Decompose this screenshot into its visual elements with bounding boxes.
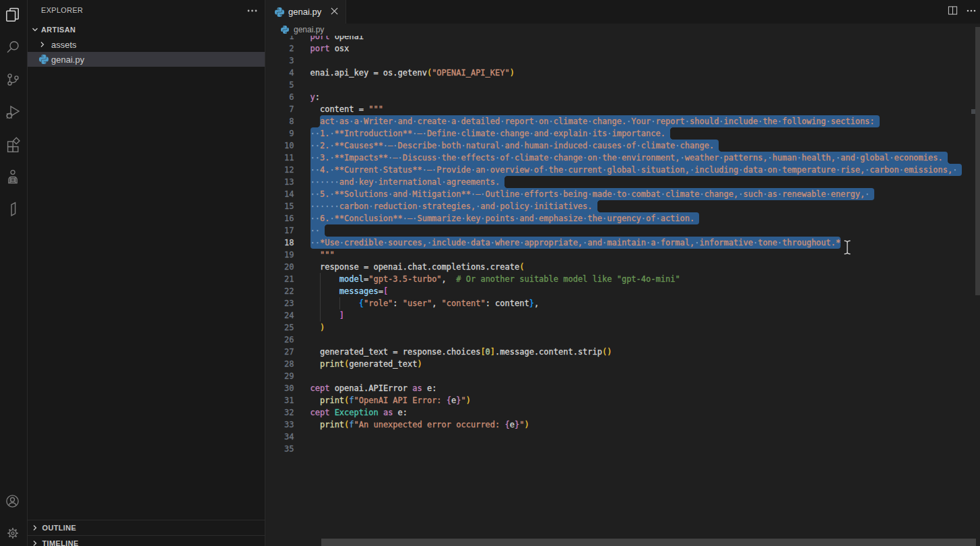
line-number: 18 xyxy=(266,237,294,249)
line-number: 25 xyxy=(266,322,294,334)
chevron-right-icon xyxy=(32,524,38,531)
tab-close-button[interactable] xyxy=(329,6,339,17)
door-panel-icon xyxy=(5,201,21,217)
selection-corner xyxy=(597,200,600,203)
tree-item-genai-label: genai.py xyxy=(51,55,84,65)
whitespace-dots: ·· xyxy=(311,224,320,237)
code-line-27: generated_text = response.choices[0].mes… xyxy=(311,346,612,358)
code-line-21: model="gpt-3.5-turbo", # Or another suit… xyxy=(311,273,680,285)
settings-button[interactable] xyxy=(0,517,25,546)
section-timeline[interactable]: TIMELINE xyxy=(28,536,265,546)
text-cursor-pointer xyxy=(842,239,853,258)
tree-item-assets-label: assets xyxy=(51,40,77,50)
tab-bar: genai.py xyxy=(266,0,980,24)
code-line-32: cept Exception as e: xyxy=(311,406,408,419)
line-number: 28 xyxy=(266,358,294,370)
section-timeline-label: TIMELINE xyxy=(42,539,79,546)
line-number: 32 xyxy=(266,406,294,419)
tab-label: genai.py xyxy=(288,7,321,17)
sidebar-more-actions-button[interactable] xyxy=(244,3,259,18)
ellipsis-icon xyxy=(967,9,976,12)
line-number: 34 xyxy=(266,431,294,443)
line-number: 33 xyxy=(266,419,294,431)
tree-item-genai-py[interactable]: genai.py xyxy=(28,52,265,67)
selection-corner xyxy=(670,127,673,130)
account-icon xyxy=(5,493,20,509)
editor-more-actions-button[interactable] xyxy=(964,3,978,18)
activity-search-button[interactable] xyxy=(0,31,25,63)
code-line-6: y: xyxy=(311,91,320,103)
code-line-4: enai.api_key = os.getenv("OPENAI_API_KEY… xyxy=(311,67,515,79)
gear-icon xyxy=(5,526,20,541)
code-line-7: content = """ xyxy=(311,103,383,115)
selection-corner xyxy=(325,224,327,227)
activity-worker-extension-button[interactable] xyxy=(0,160,25,193)
line-number: 17 xyxy=(266,224,294,237)
whitespace-dots: ······ · · · · · xyxy=(311,200,593,212)
sidebar-explorer: EXPLORER ARTISAN assets genai.py OUTLINE xyxy=(28,0,265,546)
line-number: 11 xyxy=(266,152,294,164)
line-number: 22 xyxy=(266,285,294,297)
breadcrumb-item-label: genai.py xyxy=(294,25,324,34)
line-number: 3 xyxy=(266,55,294,67)
explorer-root-label: ARTISAN xyxy=(41,26,75,34)
line-number: 24 xyxy=(266,309,294,322)
accounts-button[interactable] xyxy=(0,485,25,517)
code-line-24: ] xyxy=(311,309,345,322)
activity-explorer-button[interactable] xyxy=(0,0,25,31)
line-number: 29 xyxy=(266,370,294,382)
line-number: 20 xyxy=(266,261,294,273)
line-number: 8 xyxy=(266,115,294,127)
line-number: 30 xyxy=(266,382,294,394)
line-number: 6 xyxy=(266,91,294,103)
whitespace-dots: ·· · · · · · · · · · · · · · · · · · · · xyxy=(311,164,958,176)
section-outline[interactable]: OUTLINE xyxy=(28,520,265,535)
worker-icon xyxy=(5,169,21,185)
sidebar-header: EXPLORER xyxy=(28,0,265,22)
line-number: 9 xyxy=(266,127,294,140)
line-number: 23 xyxy=(266,297,294,309)
extensions-icon xyxy=(5,136,21,152)
ellipsis-icon xyxy=(247,9,257,12)
code-line-31: print(f"OpenAI API Error: {e}") xyxy=(311,394,471,406)
activity-run-debug-button[interactable] xyxy=(0,96,25,128)
line-number: 31 xyxy=(266,394,294,406)
whitespace-dots: ······ · · · xyxy=(311,176,500,188)
vertical-scrollbar[interactable] xyxy=(975,27,980,295)
whitespace-dots: ·· · · · · · · · · · · · · · xyxy=(311,237,841,249)
tab-genai-py[interactable]: genai.py xyxy=(266,0,346,24)
whitespace-dots: · · · · · · · · · · · · · · · · · · xyxy=(311,115,875,127)
breadcrumb[interactable]: genai.py xyxy=(266,24,980,36)
whitespace-dots: ·· · · · · · · · · · · · · · · · · · xyxy=(311,188,870,200)
explorer-root-artisan[interactable]: ARTISAN xyxy=(28,22,265,37)
whitespace-dots: ·· · · · · · · · · · · · xyxy=(311,212,695,224)
source-control-icon xyxy=(5,71,21,88)
editor-content[interactable]: genai.py 1port openai2port osx34enai.api… xyxy=(266,24,980,546)
code-line-20: response = openai.chat.completions.creat… xyxy=(311,261,525,273)
code-line-2: port osx xyxy=(311,42,350,55)
chevron-down-icon xyxy=(32,26,38,33)
split-editor-button[interactable] xyxy=(946,3,960,18)
line-number: 14 xyxy=(266,188,294,200)
chevron-right-icon xyxy=(32,540,38,546)
horizontal-scrollbar[interactable] xyxy=(321,539,976,546)
code-line-25: ) xyxy=(311,322,325,334)
python-file-icon xyxy=(275,7,284,17)
activity-source-control-button[interactable] xyxy=(0,63,25,96)
line-number: 27 xyxy=(266,346,294,358)
line-number: 21 xyxy=(266,273,294,285)
activity-panel-extension-button[interactable] xyxy=(0,193,25,225)
code-line-28: print(generated_text) xyxy=(311,358,422,370)
editor-actions xyxy=(946,3,978,18)
line-number: 10 xyxy=(266,140,294,152)
activity-extensions-button[interactable] xyxy=(0,128,25,160)
whitespace-dots: ·· · · · · · · · · · · · · · · · · · · xyxy=(311,152,943,164)
whitespace-dots: ·· · · · · · · · · · xyxy=(311,127,665,140)
run-and-debug-icon xyxy=(5,104,21,120)
code-line-33: print(f"An unexpected error occurred: {e… xyxy=(311,419,529,431)
line-number: 2 xyxy=(266,42,294,55)
search-icon xyxy=(5,39,21,55)
sidebar-title: EXPLORER xyxy=(41,6,83,14)
tree-item-assets[interactable]: assets xyxy=(28,37,265,52)
line-number: 26 xyxy=(266,334,294,346)
